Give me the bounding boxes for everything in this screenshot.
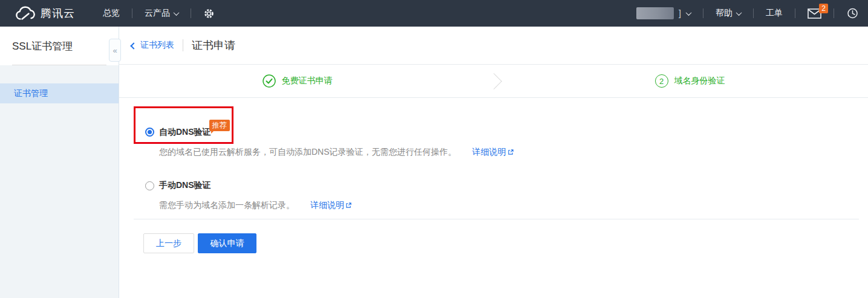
detail-doc-link[interactable]: 详细说明 — [472, 146, 514, 158]
sidebar-collapse-toggle[interactable]: « — [109, 39, 121, 62]
step-arrow-icon — [486, 73, 502, 89]
manual-dns-radio[interactable]: 手动DNS验证 — [145, 180, 868, 191]
back-to-cert-list-link[interactable]: 证书列表 — [131, 40, 174, 51]
page: 腾讯云 总览 云产品 ] — [0, 0, 868, 298]
brand-logo[interactable]: 腾讯云 — [15, 6, 75, 21]
option-label[interactable]: 手动DNS验证 — [159, 180, 211, 191]
dns-validation-options: 自动DNS验证 推荐 您的域名已使用云解析服务，可自动添加DNS记录验证，无需您… — [119, 98, 868, 211]
description-text: 需您手动为域名添加一条解析记录。 — [159, 199, 295, 211]
radio-unselected-icon[interactable] — [145, 181, 154, 190]
step-1-free-cert-application: 免费证书申请 — [119, 74, 475, 88]
sidebar-menu: 证书管理 — [0, 65, 119, 298]
unread-count-badge: 2 — [819, 4, 828, 13]
breadcrumb: 证书列表 证书申请 — [119, 27, 868, 65]
prev-step-button[interactable]: 上一步 — [143, 233, 194, 253]
check-circle-icon — [263, 74, 276, 88]
chevron-down-icon — [686, 10, 692, 16]
external-link-icon — [507, 149, 514, 155]
redacted-username — [636, 7, 674, 19]
divider — [753, 8, 754, 18]
messages-mail-icon[interactable]: 2 — [808, 8, 821, 19]
option-description: 需您手动为域名添加一条解析记录。 详细说明 — [159, 199, 868, 211]
chevron-down-icon — [736, 10, 742, 16]
username-suffix: ] — [679, 8, 681, 18]
divider — [703, 8, 703, 18]
action-buttons: 上一步 确认申请 — [143, 233, 868, 253]
page-title: 证书申请 — [192, 38, 235, 53]
nav-help[interactable]: 帮助 — [716, 8, 741, 19]
topbar: 腾讯云 总览 云产品 ] — [0, 0, 868, 27]
breadcrumb-divider — [183, 39, 183, 51]
sidebar: SSL证书管理 证书管理 « — [0, 27, 119, 298]
step-2-domain-validation: 2 域名身份验证 — [512, 74, 868, 88]
topbar-nav: 总览 云产品 — [103, 8, 215, 19]
radio-selected-icon[interactable] — [145, 128, 154, 137]
step-number-circle: 2 — [655, 74, 668, 88]
confirm-apply-button[interactable]: 确认申请 — [198, 233, 256, 253]
history-clock-icon[interactable] — [846, 7, 858, 19]
nav-products[interactable]: 云产品 — [145, 8, 178, 19]
sidebar-title: SSL证书管理 — [0, 27, 119, 65]
option-manual-dns: 手动DNS验证 需您手动为域名添加一条解析记录。 详细说明 — [145, 180, 868, 211]
sidebar-item-cert-management[interactable]: 证书管理 — [0, 83, 119, 103]
external-link-icon — [345, 202, 352, 209]
option-label[interactable]: 自动DNS验证 — [159, 127, 211, 138]
option-auto-dns: 自动DNS验证 推荐 您的域名已使用云解析服务，可自动添加DNS记录验证，无需您… — [145, 126, 868, 158]
user-account-menu[interactable]: ] — [636, 7, 691, 19]
divider — [132, 8, 132, 18]
back-chevron-icon — [130, 42, 137, 49]
divider — [834, 8, 834, 18]
settings-gear-icon[interactable] — [203, 8, 215, 19]
detail-doc-link[interactable]: 详细说明 — [310, 199, 352, 211]
recommend-badge: 推荐 — [209, 120, 230, 131]
divider — [795, 8, 795, 18]
option-description: 您的域名已使用云解析服务，可自动添加DNS记录验证，无需您进行任何操作。 详细说… — [159, 146, 868, 158]
nav-overview[interactable]: 总览 — [103, 8, 120, 19]
description-text: 您的域名已使用云解析服务，可自动添加DNS记录验证，无需您进行任何操作。 — [159, 146, 457, 158]
step-label: 免费证书申请 — [282, 76, 333, 86]
step-indicator: 免费证书申请 2 域名身份验证 — [119, 65, 868, 98]
brand-name: 腾讯云 — [41, 6, 75, 21]
divider — [191, 8, 191, 18]
nav-tickets[interactable]: 工单 — [766, 8, 783, 19]
main-content: 证书列表 证书申请 免费证书申请 2 — [119, 27, 868, 298]
step-label: 域名身份验证 — [674, 76, 725, 86]
tencent-cloud-icon — [15, 6, 35, 21]
auto-dns-radio[interactable]: 自动DNS验证 推荐 — [145, 126, 868, 138]
footer-divider — [134, 219, 859, 219]
chevron-down-icon — [174, 10, 180, 16]
collapse-chevrons-icon: « — [113, 46, 117, 55]
